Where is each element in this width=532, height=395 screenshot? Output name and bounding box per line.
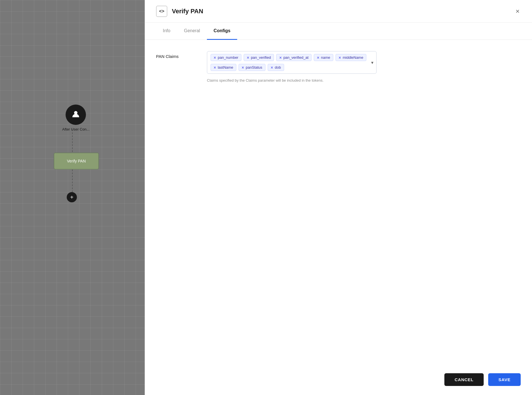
tag-label: dob — [275, 65, 281, 70]
tab-bar: Info General Configs — [145, 23, 532, 40]
user-node: After User Con... — [62, 105, 90, 131]
connector-line-1 — [72, 129, 73, 152]
pan-claim-tag: ×pan_number — [211, 54, 241, 61]
pan-claim-tag: ×pan_verified — [244, 54, 274, 61]
tab-info-label: Info — [163, 28, 170, 33]
close-button[interactable]: × — [514, 7, 521, 16]
verify-pan-node[interactable]: Verify PAN — [54, 153, 99, 170]
tab-configs[interactable]: Configs — [207, 23, 237, 40]
verify-pan-label: Verify PAN — [67, 159, 86, 163]
pan-claim-tag: ×name — [314, 54, 333, 61]
pan-claim-tag: ×middleName — [336, 54, 366, 61]
action-bar: CANCEL SAVE — [145, 364, 532, 395]
tag-label: pan_number — [218, 55, 238, 60]
connector-line-2 — [72, 170, 73, 192]
tag-remove-icon[interactable]: × — [271, 66, 273, 70]
tag-label: panStatus — [246, 65, 262, 70]
save-button[interactable]: SAVE — [488, 373, 521, 386]
tag-remove-icon[interactable]: × — [317, 56, 319, 60]
tab-info[interactable]: Info — [156, 23, 177, 40]
detail-panel: <> Verify PAN × Info General Configs PAN… — [145, 0, 532, 395]
add-node-button[interactable]: + — [67, 192, 77, 202]
pan-claim-tag: ×pan_verified_at — [276, 54, 312, 61]
tag-remove-icon[interactable]: × — [247, 56, 249, 60]
user-circle — [66, 105, 86, 125]
tab-general[interactable]: General — [177, 23, 207, 40]
code-icon-label: <> — [159, 9, 165, 14]
plus-icon: + — [70, 194, 73, 201]
code-icon: <> — [156, 6, 167, 17]
tag-remove-icon[interactable]: × — [242, 66, 244, 70]
tag-label: middleName — [343, 55, 363, 60]
tag-remove-icon[interactable]: × — [214, 56, 216, 60]
tag-remove-icon[interactable]: × — [214, 66, 216, 70]
close-icon: × — [516, 7, 520, 15]
pan-claim-tag: ×dob — [268, 64, 284, 71]
pan-claims-label: PAN Claims — [156, 51, 196, 59]
pan-claim-tag: ×lastName — [211, 64, 236, 71]
tag-label: pan_verified_at — [283, 55, 308, 60]
tab-configs-label: Configs — [214, 28, 231, 33]
user-node-label: After User Con... — [62, 127, 90, 131]
tag-remove-icon[interactable]: × — [279, 56, 282, 60]
tag-label: pan_verified — [251, 55, 271, 60]
tag-remove-icon[interactable]: × — [339, 56, 341, 60]
pan-claims-row: PAN Claims ×pan_number×pan_verified×pan_… — [156, 51, 521, 74]
pan-claims-hint: Claims specified by the Claims parameter… — [207, 78, 521, 83]
panel-header-left: <> Verify PAN — [156, 6, 203, 17]
tag-label: lastName — [218, 65, 233, 70]
tag-label: name — [321, 55, 330, 60]
tags-dropdown-arrow[interactable]: ▾ — [371, 60, 373, 65]
panel-title: Verify PAN — [172, 8, 203, 15]
panel-body: PAN Claims ×pan_number×pan_verified×pan_… — [145, 40, 532, 364]
panel-header: <> Verify PAN × — [145, 0, 532, 23]
cancel-button[interactable]: CANCEL — [444, 373, 484, 386]
tab-general-label: General — [184, 28, 200, 33]
pan-claim-tag: ×panStatus — [239, 64, 265, 71]
user-icon — [71, 109, 80, 120]
flow-diagram: After User Con... Verify PAN + — [0, 0, 145, 395]
pan-claims-tags-container[interactable]: ×pan_number×pan_verified×pan_verified_at… — [207, 51, 377, 74]
